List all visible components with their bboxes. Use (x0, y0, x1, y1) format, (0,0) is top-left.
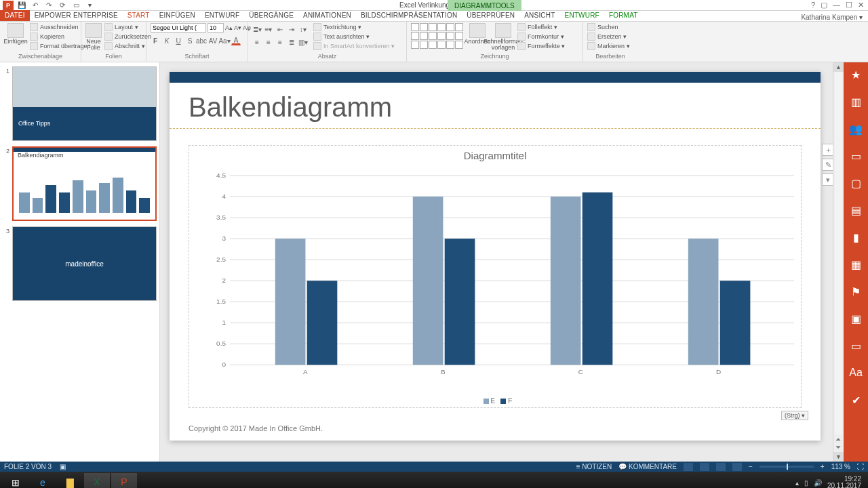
tray-up-icon[interactable]: ▴ (795, 479, 799, 487)
next-slide-icon[interactable]: ⏷ (833, 444, 844, 452)
presentation-icon[interactable]: ▭ (848, 148, 864, 164)
tab-bildschirmpräsentation[interactable]: BILDSCHIRMPRÄSENTATION (356, 10, 462, 21)
redo-icon[interactable]: ↷ (43, 1, 54, 10)
reading-view-button[interactable] (716, 463, 726, 471)
underline-button[interactable]: U (174, 36, 183, 45)
tab-überprüfen[interactable]: ÜBERPRÜFEN (462, 10, 519, 21)
table-icon[interactable]: ▦ (848, 256, 864, 272)
paste-button[interactable]: Einfügen (4, 23, 27, 45)
close-icon[interactable]: ✕ (858, 1, 864, 9)
find-button[interactable]: Suchen (587, 23, 630, 31)
taskbar-excel[interactable]: X (84, 473, 110, 488)
reset-button[interactable]: Zurücksetzen (104, 33, 151, 41)
tab-format[interactable]: FORMAT (604, 10, 643, 21)
user-badge[interactable]: Katharina Kampen ▾ (795, 14, 868, 21)
align-text-button[interactable]: Text ausrichten ▾ (313, 33, 395, 41)
slide-title[interactable]: Balkendiagramm (170, 83, 821, 129)
legend-entry-F[interactable]: F (508, 397, 512, 405)
vertical-scrollbar[interactable]: ▲ ⏶ ⏷ ▼ (833, 62, 844, 462)
justify-button[interactable]: ≣ (287, 37, 296, 47)
refresh-icon[interactable]: ⟳ (57, 1, 68, 10)
undo-icon[interactable]: ↶ (30, 1, 41, 10)
bar-B-E[interactable] (413, 197, 443, 365)
zoom-in-button[interactable]: + (821, 463, 825, 470)
comments-button[interactable]: 💬 KOMMENTARE (618, 463, 677, 470)
replace-button[interactable]: Ersetzen ▾ (587, 33, 630, 41)
increase-indent-button[interactable]: ⇥ (287, 24, 296, 34)
favorite-icon[interactable]: ★ (848, 66, 864, 83)
case-button[interactable]: Aa▾ (220, 36, 229, 45)
shape-effects-button[interactable]: Formeffekte ▾ (517, 42, 565, 50)
slide-thumb-1[interactable]: 1Office Tipps (0, 65, 159, 145)
slide-canvas[interactable]: Balkendiagramm Diagrammtitel 00.511.522.… (170, 72, 821, 441)
start-button[interactable]: ⊞ (3, 473, 28, 488)
chart-elements-button[interactable]: ＋ (822, 144, 833, 156)
chart-legend[interactable]: EF (189, 397, 801, 405)
tab-animationen[interactable]: ANIMATIONEN (298, 10, 356, 21)
zoom-slider[interactable] (760, 466, 814, 468)
bar-C-F[interactable] (583, 192, 613, 365)
chart-title[interactable]: Diagrammtitel (189, 146, 801, 165)
slide-thumb-2[interactable]: 2Balkendiagramm (0, 145, 159, 225)
bar-D-E[interactable] (688, 239, 719, 365)
strike-button[interactable]: S (185, 36, 195, 45)
tab-ansicht[interactable]: ANSICHT (519, 10, 559, 21)
normal-view-button[interactable] (684, 463, 693, 471)
tab-file[interactable]: DATEI (0, 10, 30, 21)
slide-panel[interactable]: 1Office Tipps2Balkendiagramm3madeinoffic… (0, 62, 160, 462)
taskbar-powerpoint[interactable]: P (111, 473, 137, 488)
shape-fill-button[interactable]: Fülleffekt ▾ (517, 23, 565, 31)
slide-preview[interactable]: Balkendiagramm (12, 146, 157, 221)
section-button[interactable]: Abschnitt ▾ (104, 42, 151, 50)
slide-icon[interactable]: ▢ (848, 175, 864, 191)
maximize-icon[interactable]: ☐ (846, 1, 852, 9)
save-icon[interactable]: 💾 (16, 1, 27, 10)
shadow-button[interactable]: abc (197, 36, 206, 45)
qat-more-icon[interactable]: ▾ (84, 1, 95, 10)
scroll-track[interactable] (835, 72, 842, 434)
help-icon[interactable]: ? (811, 1, 815, 9)
chart-icon[interactable]: ▮ (848, 229, 864, 245)
library-icon[interactable]: ▥ (848, 94, 864, 110)
italic-button[interactable]: K (162, 36, 172, 45)
spacing-button[interactable]: AV (208, 36, 218, 45)
increase-font-icon[interactable]: A▴ (225, 24, 233, 31)
decrease-indent-button[interactable]: ⇤ (275, 24, 285, 34)
tray-clock[interactable]: 19:22 20.11.2017 (827, 476, 861, 488)
taskbar-explorer[interactable]: ▇ (57, 473, 83, 488)
tab-empower-enterprise[interactable]: empower enterprise (30, 10, 123, 21)
legend-entry-E[interactable]: E (491, 397, 496, 405)
bold-button[interactable]: F (151, 36, 160, 45)
new-slide-button[interactable]: Neue Folie (85, 23, 102, 51)
slide-editor[interactable]: Balkendiagramm Diagrammtitel 00.511.522.… (160, 62, 833, 462)
chart-filters-button[interactable]: ▾ (822, 174, 833, 186)
smartart-button[interactable]: In SmartArt konvertieren ▾ (313, 42, 395, 50)
decrease-font-icon[interactable]: A▾ (234, 24, 241, 31)
slideshow-view-button[interactable] (732, 463, 742, 471)
slide-preview[interactable]: madeinoffice (12, 226, 157, 301)
tab-einfügen[interactable]: EINFÜGEN (155, 10, 200, 21)
layout-button[interactable]: Layout ▾ (104, 23, 151, 31)
columns-button[interactable]: ▥▾ (298, 37, 308, 47)
tray-battery-icon[interactable]: ▯ (804, 479, 808, 487)
map-icon[interactable]: ⚑ (848, 283, 864, 300)
tray-volume-icon[interactable]: 🔊 (814, 479, 822, 487)
paste-options-button[interactable]: (Strg) ▾ (781, 411, 808, 420)
notes-button[interactable]: ≡ NOTIZEN (576, 463, 612, 470)
zoom-level[interactable]: 113 % (831, 463, 850, 470)
bar-B-F[interactable] (445, 239, 475, 365)
zoom-out-button[interactable]: − (749, 463, 753, 470)
font-size-input[interactable] (208, 23, 224, 33)
taskbar-ie[interactable]: e (30, 473, 56, 488)
slide-counter[interactable]: FOLIE 2 VON 3 (4, 463, 52, 470)
scroll-up-icon[interactable]: ▲ (833, 62, 844, 72)
align-left-button[interactable]: ≡ (252, 37, 262, 47)
bar-C-E[interactable] (551, 197, 581, 365)
layout-icon[interactable]: ▤ (848, 202, 864, 218)
quick-styles-button[interactable]: Schnellformat- vorlagen (492, 23, 515, 51)
agenda-icon[interactable]: ▭ (848, 338, 864, 354)
chart-object[interactable]: Diagrammtitel 00.511.522.533.544.5ABCD E… (189, 145, 802, 408)
prev-slide-icon[interactable]: ⏶ (833, 436, 844, 444)
bullets-button[interactable]: ≣▾ (252, 24, 262, 34)
text-icon[interactable]: Aa (848, 365, 864, 381)
